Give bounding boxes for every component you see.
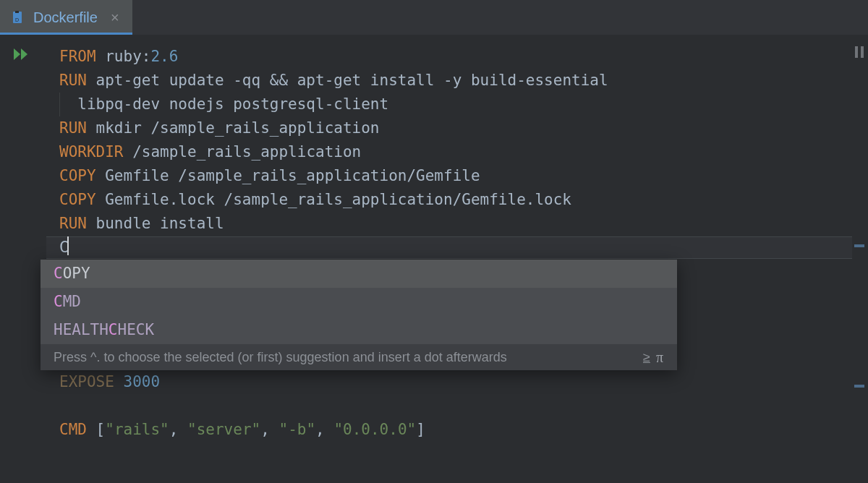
code-editor[interactable]: FROM ruby:2.6 RUN apt-get update -qq && … (46, 35, 852, 483)
autocomplete-option[interactable]: CMD (41, 288, 677, 316)
run-icon[interactable] (13, 47, 32, 64)
tab-dockerfile[interactable]: D Dockerfile × (0, 0, 132, 35)
gutter (0, 35, 46, 483)
pi-icon[interactable]: π (656, 346, 664, 369)
tab-label: Dockerfile (33, 9, 98, 26)
svg-text:D: D (15, 17, 19, 22)
scroll-strip[interactable] (852, 35, 868, 483)
current-edit-line: C (59, 236, 852, 260)
caret (67, 236, 69, 255)
autocomplete-option[interactable]: COPY (41, 260, 677, 288)
editor-body: FROM ruby:2.6 RUN apt-get update -qq && … (0, 35, 868, 483)
autocomplete-popup: COPY CMD HEALTHCHECK Press ^. to choose … (41, 260, 677, 370)
scroll-mark[interactable] (854, 385, 864, 388)
filter-icon[interactable]: ≥ (643, 346, 650, 369)
autocomplete-option[interactable]: HEALTHCHECK (41, 316, 677, 344)
inspection-icon[interactable] (855, 46, 864, 58)
svg-rect-1 (15, 11, 19, 13)
dockerfile-icon: D (12, 11, 25, 24)
tab-bar: D Dockerfile × (0, 0, 868, 35)
autocomplete-hint: Press ^. to choose the selected (or firs… (41, 344, 677, 370)
close-icon[interactable]: × (111, 9, 119, 26)
ide-root: D Dockerfile × FROM ruby:2.6 RUN apt-get… (0, 0, 868, 483)
scroll-mark[interactable] (854, 244, 864, 247)
